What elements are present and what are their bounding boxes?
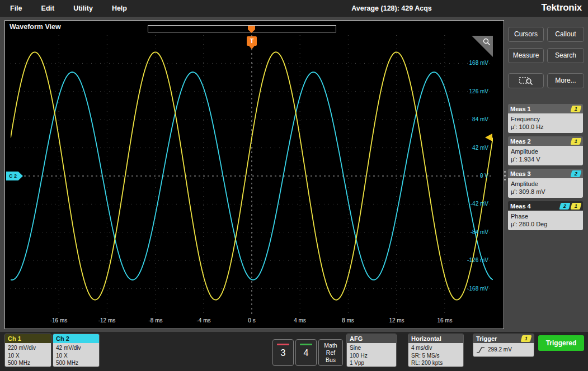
waveform-canvas[interactable] [11,35,493,317]
rising-edge-icon [476,346,485,354]
afg-badge[interactable]: AFG Sine 100 Hz 1 Vpp [346,334,397,367]
menu-items: File Edit Utility Help [0,4,127,12]
y-tick-label: -42 mV [453,201,488,207]
menu-help[interactable]: Help [112,4,127,12]
panel-resize-handle[interactable] [504,171,506,173]
waveform-view-title: Waveform View [10,23,61,31]
callout-button[interactable]: Callout [547,27,584,42]
meas3-value: μ': 309.8 mV [511,188,580,196]
menu-bar: File Edit Utility Help Average (128): 42… [0,0,588,17]
ref-label: Ref [326,349,335,356]
magnifier-icon [482,37,491,46]
meas4-body: Phase μ': 280.0 Deg [508,211,583,230]
x-tick-label: 4 ms [282,317,318,324]
acquisition-status: Average (128): 429 Acqs [351,4,432,12]
meas1-panel[interactable]: Meas 1 1 Frequency μ': 100.0 Hz [508,104,583,133]
trigger-level-arrow[interactable] [485,134,492,141]
menu-file[interactable]: File [10,4,22,12]
cursors-button[interactable]: Cursors [508,27,544,42]
more-button[interactable]: More... [547,73,584,88]
meas1-body: Frequency μ': 100.0 Hz [508,113,583,133]
meas1-header: Meas 1 1 [508,104,583,113]
meas2-title: Meas 2 [510,138,570,145]
ch3-number: 3 [273,348,293,358]
x-tick-label: 16 ms [427,317,463,324]
meas4-title: Meas 4 [510,203,558,210]
trigger-position-flag[interactable]: T [247,36,257,46]
trigger-badge[interactable]: Trigger 1 299.2 mV [473,334,534,357]
ch2-badge[interactable]: Ch 2 42 mV/div 10 X 500 MHz [53,334,100,367]
bus-label: Bus [326,356,336,364]
y-tick-label: -126 mV [453,257,488,264]
ch1-label: Ch 1 [8,334,21,343]
meas2-panel[interactable]: Meas 2 1 Amplitude μ': 1.934 V [508,136,583,165]
afg-label: AFG [350,334,363,343]
zoom-mode-button[interactable] [508,73,544,88]
meas4-panel[interactable]: Meas 4 2 1 Phase μ': 280.0 Deg [508,201,583,230]
trigger-label: Trigger [476,334,497,343]
meas3-header: Meas 3 2 [508,169,583,178]
x-tick-label: 0 s [234,317,270,324]
y-tick-label: 84 mV [453,116,488,123]
measure-button[interactable]: Measure [508,48,544,63]
x-tick-label: 12 ms [379,317,415,324]
y-tick-label: -168 mV [453,286,488,292]
source-ch2-badge: 2 [559,203,571,210]
x-tick-label: -8 ms [138,317,173,324]
ch2-bandwidth: 500 MHz [56,359,96,367]
math-label: Math [324,342,337,349]
horizontal-record-bar[interactable] [148,25,336,32]
record-length: RL: 200 kpts [411,359,460,367]
trigger-status-indicator: Triggered [538,335,584,351]
meas3-title: Meas 3 [510,170,570,177]
ch2-scale: 42 mV/div [56,344,96,352]
horizontal-label: Horizontal [411,334,441,343]
ch1-bandwidth: 500 MHz [8,359,48,367]
meas2-name: Amplitude [511,148,580,155]
ch1-badge[interactable]: Ch 1 220 mV/div 10 X 500 MHz [4,334,51,367]
zoom-box-icon [519,76,533,85]
waveform-view[interactable]: Waveform View T 168 mV 126 mV 84 mV 42 m… [4,20,504,329]
y-tick-label: 168 mV [453,60,488,66]
meas1-value: μ': 100.0 Hz [511,123,580,131]
y-tick-label: 0 V [453,173,488,179]
y-tick-label: 42 mV [453,145,488,151]
ch2-settings: 42 mV/div 10 X 500 MHz [53,343,99,367]
y-tick-label: 126 mV [453,88,488,95]
ch4-color-indicator [300,344,312,345]
meas1-title: Meas 1 [510,106,570,112]
meas3-body: Amplitude μ': 309.8 mV [508,178,583,198]
afg-amplitude: 1 Vpp [350,359,393,367]
sidebar: Cursors Callout Measure Search More... M… [508,20,584,329]
ch3-button[interactable]: 3 [272,339,294,366]
tektronix-logo: Tektronix [541,2,582,13]
source-ch1-badge: 1 [571,203,582,210]
meas3-name: Amplitude [511,180,580,188]
ch4-button[interactable]: 4 [295,339,317,366]
horizontal-scale: 4 ms/div [411,344,460,352]
x-tick-label: -4 ms [186,317,222,324]
ch1-settings: 220 mV/div 10 X 500 MHz [5,343,51,367]
ch1-atten: 10 X [8,352,48,360]
ch2-label: Ch 2 [56,334,69,343]
trigger-level-value: 299.2 mV [488,346,512,354]
y-tick-label: -84 mV [453,229,488,236]
menu-utility[interactable]: Utility [73,4,93,12]
meas2-body: Amplitude μ': 1.934 V [508,146,583,165]
afg-frequency: 100 Hz [350,352,393,360]
math-ref-bus-button[interactable]: Math Ref Bus [318,339,343,366]
meas3-panel[interactable]: Meas 3 2 Amplitude μ': 309.8 mV [508,169,583,198]
afg-waveform: Sine [350,344,393,352]
trigger-source-badge: 1 [521,335,532,342]
horizontal-badge[interactable]: Horizontal 4 ms/div SR: 5 MS/s RL: 200 k… [408,334,464,367]
meas4-header: Meas 4 2 1 [508,201,583,211]
meas2-value: μ': 1.934 V [511,155,580,163]
menu-edit[interactable]: Edit [41,4,55,12]
ch3-color-indicator [277,344,289,345]
meas1-name: Frequency [511,115,580,123]
search-button[interactable]: Search [547,48,584,63]
source-ch2-badge: 2 [571,170,582,177]
meas2-header: Meas 2 1 [508,136,583,146]
x-tick-label: -12 ms [89,317,125,324]
x-tick-label: -16 ms [41,317,77,324]
